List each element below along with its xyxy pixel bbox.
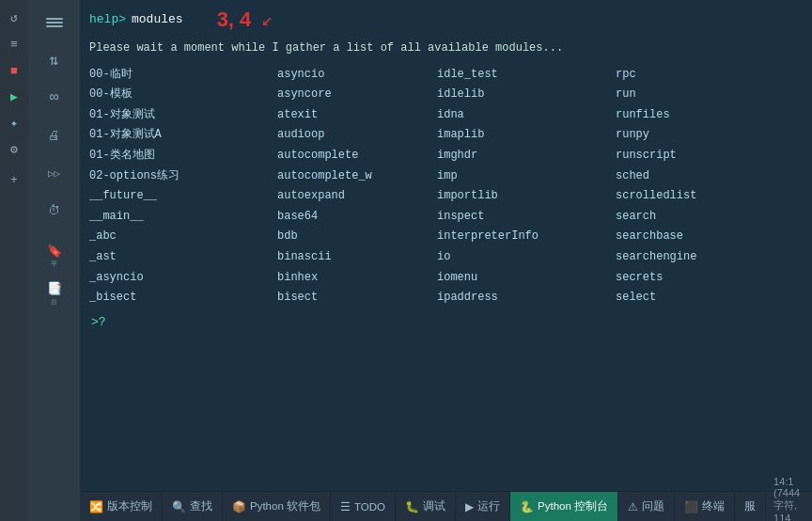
run-icon[interactable]: ▶ xyxy=(4,87,24,107)
wait-message: Please wait a moment while I gather a li… xyxy=(89,39,803,57)
module-item: runpy xyxy=(616,125,775,145)
cursor-coords: 14:1 (7444 字符, 114 行) xyxy=(766,476,812,522)
stop-icon[interactable]: ■ xyxy=(4,60,24,81)
annotation-numbers: 3, 4 xyxy=(217,4,252,36)
list-icon[interactable]: ≡ xyxy=(4,34,24,55)
tool-sidebar: ⇅ ∞ 🖨 ▷▷ ⏱ 🔖 平 📑 台 xyxy=(28,0,80,521)
add-icon[interactable]: + xyxy=(4,169,24,190)
module-item: 00-模板 xyxy=(89,85,277,104)
statusbar-label: 版本控制 xyxy=(107,499,152,513)
main-area: help> modules 3, 4 ↙ Please wait a momen… xyxy=(80,0,812,521)
statusbar-item-Python-控制台[interactable]: 🐍Python 控制台 xyxy=(510,492,618,521)
module-item: searchengine xyxy=(616,247,775,267)
statusbar-item-查找[interactable]: 🔍查找 xyxy=(163,492,223,521)
statusbar-label: 查找 xyxy=(190,499,212,513)
settings-icon[interactable]: ⚙ xyxy=(4,139,24,160)
module-item: autoexpand xyxy=(277,186,437,206)
statusbar-item-调试[interactable]: 🐛调试 xyxy=(396,492,456,521)
statusbar-label: TODO xyxy=(354,501,385,513)
module-item: _abc xyxy=(89,227,277,246)
module-item: bdb xyxy=(277,227,437,246)
menu-lines-icon[interactable] xyxy=(36,6,73,39)
statusbar-label: 终端 xyxy=(702,499,725,513)
module-item: base64 xyxy=(277,207,437,227)
statusbar-icon: ⬛ xyxy=(684,500,698,513)
module-item: bisect xyxy=(277,288,437,308)
module-item: run xyxy=(616,85,775,104)
statusbar-icon: ☰ xyxy=(340,500,351,513)
module-item: __main__ xyxy=(89,207,277,227)
module-item: imghdr xyxy=(437,146,616,166)
statusbar-item-版本控制[interactable]: 🔀版本控制 xyxy=(80,492,163,521)
infinity-icon[interactable]: ∞ xyxy=(36,81,73,115)
refresh-icon[interactable]: ↺ xyxy=(4,8,24,28)
module-item: audioop xyxy=(277,125,437,145)
statusbar-icon: 🔀 xyxy=(89,500,103,513)
module-list: 00-临时asyncioidle_testrpc00-模板asyncoreidl… xyxy=(89,65,803,308)
module-item: imp xyxy=(437,166,616,186)
clock-icon[interactable]: ⏱ xyxy=(36,194,73,228)
module-item: _asyncio xyxy=(89,268,277,288)
terminal-prompt: help> xyxy=(89,10,126,29)
statusbar-icon: 📦 xyxy=(232,500,246,513)
module-item: atexit xyxy=(277,105,437,125)
statusbar-label: Python 软件包 xyxy=(250,499,320,513)
module-item: idle_test xyxy=(437,65,616,85)
module-item: __future__ xyxy=(89,186,277,206)
statusbar-item-Python-软件包[interactable]: 📦Python 软件包 xyxy=(223,492,331,521)
input-prompt-line[interactable]: >? xyxy=(89,313,803,332)
module-item: io xyxy=(437,247,616,267)
module-item: asyncio xyxy=(277,65,437,85)
statusbar-icon: 🐍 xyxy=(520,500,534,513)
module-item: autocomplete_w xyxy=(277,166,437,186)
module-item: _ast xyxy=(89,247,277,267)
module-item: secrets xyxy=(616,268,775,288)
module-item: idlelib xyxy=(437,85,616,104)
terminal-command: modules xyxy=(132,10,183,29)
statusbar-item-问题[interactable]: ⚠问题 xyxy=(618,492,675,521)
module-item: importlib xyxy=(437,186,616,206)
statusbar-icon: 🐛 xyxy=(405,500,419,513)
statusbar-item-服[interactable]: 服 xyxy=(735,492,766,521)
step-over-icon[interactable]: ▷▷ xyxy=(36,156,73,190)
module-item: ipaddress xyxy=(437,288,616,308)
module-item: searchbase xyxy=(616,227,775,246)
module-item: 00-临时 xyxy=(89,65,277,85)
module-item: 01-对象测试A xyxy=(89,125,277,145)
module-item: asyncore xyxy=(277,85,437,104)
sort-icon[interactable]: ⇅ xyxy=(36,43,73,77)
debug-icon[interactable]: ✦ xyxy=(4,113,24,134)
statusbar-label: 运行 xyxy=(477,499,500,513)
module-item: interpreterInfo xyxy=(437,227,616,246)
print-icon[interactable]: 🖨 xyxy=(36,118,73,152)
module-item: rpc xyxy=(616,65,775,85)
statusbar-item-TODO[interactable]: ☰TODO xyxy=(331,492,396,521)
module-item: _bisect xyxy=(89,288,277,308)
statusbar-item-运行[interactable]: ▶运行 xyxy=(456,492,510,521)
left-sidebar: ↺ ≡ ■ ▶ ✦ ⚙ + xyxy=(0,0,28,521)
bookmark-icon[interactable]: 🔖 平 xyxy=(36,239,73,273)
statusbar: 🔀版本控制🔍查找📦Python 软件包☰TODO🐛调试▶运行🐍Python 控制… xyxy=(80,491,812,521)
module-item: 01-对象测试 xyxy=(89,105,277,125)
module-item: search xyxy=(616,207,775,227)
module-item: idna xyxy=(437,105,616,125)
statusbar-label: Python 控制台 xyxy=(538,499,608,513)
module-item: imaplib xyxy=(437,125,616,145)
module-item: iomenu xyxy=(437,268,616,288)
module-item: autocomplete xyxy=(277,146,437,166)
terminal-header: help> modules 3, 4 ↙ xyxy=(89,4,803,36)
module-item: sched xyxy=(616,166,775,186)
statusbar-right: 14:1 (7444 字符, 114 行) xyxy=(766,492,812,521)
module-item: inspect xyxy=(437,207,616,227)
statusbar-item-终端[interactable]: ⬛终端 xyxy=(675,492,735,521)
annotation-arrow: ↙ xyxy=(261,6,273,35)
statusbar-icon: 🔍 xyxy=(172,500,186,513)
module-item: runscript xyxy=(616,146,775,166)
module-item: runfiles xyxy=(616,105,775,125)
statusbar-label: 问题 xyxy=(642,499,664,513)
pages-icon[interactable]: 📑 台 xyxy=(36,276,73,310)
terminal-output: help> modules 3, 4 ↙ Please wait a momen… xyxy=(80,0,812,491)
module-item: select xyxy=(616,288,775,308)
statusbar-icon: ⚠ xyxy=(628,500,638,513)
module-item: binhex xyxy=(277,268,437,288)
